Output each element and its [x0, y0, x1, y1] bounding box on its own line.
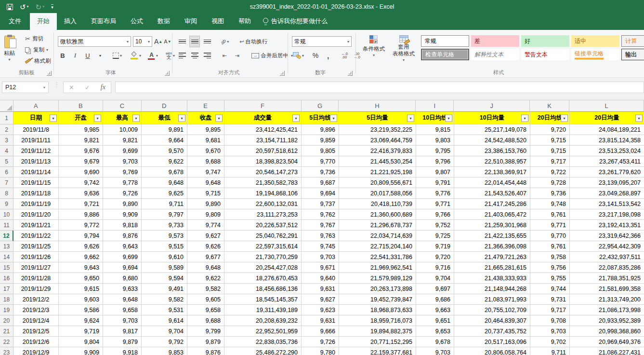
cell[interactable]: 9,704: [416, 273, 454, 284]
insert-function-button[interactable]: fx: [101, 83, 105, 91]
customize-qat-button[interactable]: ▾: [51, 4, 53, 10]
row-header-20[interactable]: 20: [0, 315, 13, 326]
cell[interactable]: 9,671: [302, 262, 339, 273]
cell[interactable]: 23,319,642,366: [570, 231, 644, 241]
cell[interactable]: 9,711: [142, 199, 187, 209]
cell[interactable]: 9,704: [142, 326, 187, 337]
row-header-11[interactable]: 11: [0, 220, 13, 231]
increase-font-size-button[interactable]: A▲: [153, 36, 163, 47]
cell[interactable]: 23,192,413,351: [570, 220, 644, 231]
cell[interactable]: 9,681: [187, 135, 224, 146]
cell[interactable]: 9,648: [187, 178, 224, 188]
column-header-C[interactable]: C: [103, 100, 142, 112]
cell[interactable]: 9,886: [59, 209, 103, 220]
formula-input[interactable]: [115, 82, 644, 93]
cell[interactable]: 20,464,839,307: [454, 315, 530, 326]
cell[interactable]: 9,771: [530, 220, 570, 231]
filter-button[interactable]: ▾: [635, 114, 643, 122]
cell[interactable]: 9,815: [416, 124, 454, 135]
cell[interactable]: 9,809: [187, 209, 224, 220]
formula-bar-splitter[interactable]: ⋮: [54, 83, 59, 86]
cell[interactable]: 20,933,952,389: [570, 315, 644, 326]
cell[interactable]: 9,762: [302, 209, 339, 220]
cell[interactable]: 21,422,135,655: [454, 231, 530, 241]
cell[interactable]: 9,918: [103, 347, 142, 355]
cell[interactable]: 9,755: [530, 273, 570, 284]
wrap-text-button[interactable]: ↩ 自动换行: [238, 36, 268, 47]
cell[interactable]: 9,688: [187, 315, 224, 326]
column-header-A[interactable]: A: [13, 100, 59, 112]
cell[interactable]: 2019/11/11: [13, 135, 59, 146]
cell[interactable]: 9,703: [416, 347, 454, 355]
cell[interactable]: 21,438,333,933: [454, 273, 530, 284]
row-header-10[interactable]: 10: [0, 209, 13, 220]
cell[interactable]: 9,711: [530, 347, 570, 355]
cell[interactable]: 22,952,501,959: [224, 326, 302, 337]
cell-style-chip[interactable]: 链接单元格: [571, 49, 619, 60]
cell[interactable]: 9,719: [59, 326, 103, 337]
cell[interactable]: 20,208,639,232: [224, 315, 302, 326]
cell[interactable]: 9,664: [142, 135, 187, 146]
cell[interactable]: 9,614: [142, 315, 187, 326]
cell[interactable]: 9,636: [59, 188, 103, 199]
cancel-button[interactable]: ✕: [69, 84, 74, 91]
row-header-3[interactable]: 3: [0, 135, 13, 146]
cell[interactable]: 日期▾: [13, 112, 59, 124]
cell[interactable]: 2019/12/5: [13, 326, 59, 337]
cell[interactable]: 20日均量▾: [570, 112, 644, 124]
row-header-19[interactable]: 19: [0, 305, 13, 315]
row-header-15[interactable]: 15: [0, 262, 13, 273]
cell-style-chip[interactable]: 解释性文本: [471, 49, 519, 60]
cell[interactable]: 10日均量▾: [454, 112, 530, 124]
align-middle-button[interactable]: [190, 36, 199, 47]
cell[interactable]: 23,219,352,225: [339, 124, 416, 135]
cell[interactable]: 9,744: [530, 284, 570, 294]
cell[interactable]: 9,752: [416, 220, 454, 231]
cell[interactable]: 9,725: [416, 231, 454, 241]
cell[interactable]: 9,589: [142, 262, 187, 273]
cell[interactable]: 9,697: [416, 284, 454, 294]
cell[interactable]: 9,807: [416, 167, 454, 178]
cell[interactable]: 9,890: [103, 199, 142, 209]
cell[interactable]: 9,643: [103, 241, 142, 252]
cell[interactable]: 9,720: [530, 124, 570, 135]
cell[interactable]: 9,715: [530, 135, 570, 146]
cell[interactable]: 9,797: [142, 209, 187, 220]
cell[interactable]: 9,703: [103, 315, 142, 326]
cell[interactable]: 21,788,351,925: [570, 273, 644, 284]
cell[interactable]: 9,770: [530, 231, 570, 241]
cell-style-chip[interactable]: 适中: [571, 35, 619, 47]
cell[interactable]: 9,670: [187, 146, 224, 156]
cell[interactable]: 22,597,315,614: [224, 241, 302, 252]
cell[interactable]: 21,259,301,968: [454, 220, 530, 231]
cell[interactable]: 22,510,388,957: [454, 156, 530, 167]
row-header-2[interactable]: 2: [0, 124, 13, 135]
comma-style-button[interactable]: ,: [323, 50, 333, 61]
cell[interactable]: 23,049,268,897: [570, 188, 644, 199]
cell-style-chip[interactable]: 输出: [621, 49, 644, 60]
cell[interactable]: 23,154,711,182: [224, 135, 302, 146]
cell[interactable]: 23,217,198,098: [570, 209, 644, 220]
cell[interactable]: 9,627: [302, 294, 339, 305]
cell[interactable]: 9,694: [302, 188, 339, 199]
cell[interactable]: 21,221,925,198: [339, 167, 416, 178]
cell[interactable]: 2019/12/9: [13, 347, 59, 355]
ribbon-tab-3[interactable]: 页面布局: [84, 13, 123, 30]
filter-button[interactable]: ▾: [292, 114, 300, 122]
cell[interactable]: 24,542,488,520: [454, 135, 530, 146]
filter-button[interactable]: ▾: [330, 114, 337, 122]
cell[interactable]: 23,513,253,024: [570, 146, 644, 156]
cell[interactable]: 18,398,823,504: [224, 156, 302, 167]
cell[interactable]: 20,998,368,860: [570, 326, 644, 337]
row-header-14[interactable]: 14: [0, 252, 13, 262]
align-right-button[interactable]: [202, 50, 212, 61]
cell[interactable]: 9,795: [416, 146, 454, 156]
cell[interactable]: 9,615: [59, 284, 103, 294]
cell[interactable]: 2019/11/15: [13, 178, 59, 188]
cell[interactable]: 9,677: [187, 252, 224, 262]
cell[interactable]: 9,720: [416, 252, 454, 262]
cell[interactable]: 21,148,944,268: [454, 284, 530, 294]
cell[interactable]: 2019/11/26: [13, 252, 59, 262]
cell[interactable]: 23,815,124,358: [570, 135, 644, 146]
cell[interactable]: 9,531: [142, 305, 187, 315]
